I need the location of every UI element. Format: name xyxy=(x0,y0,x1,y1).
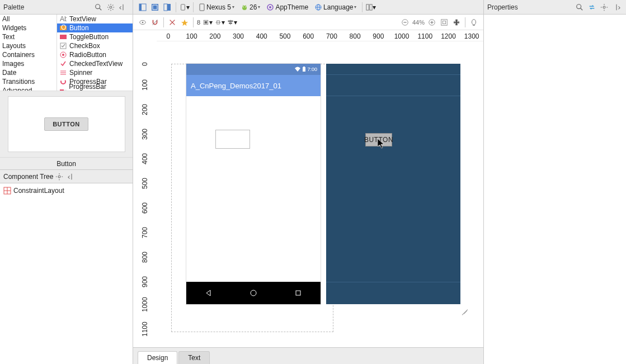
language-selector[interactable]: Language▾ xyxy=(313,3,359,12)
svg-rect-76 xyxy=(303,67,305,67)
component-tree-body: ConstraintLayout xyxy=(0,183,133,364)
phone-appbar: A_CnPeng_Demos2017_01 xyxy=(186,75,321,96)
tree-root-constraintlayout[interactable]: ConstraintLayout xyxy=(3,187,129,195)
design-second-toolbar: 8 ▾ ▾ ▾ 44% xyxy=(133,15,483,30)
theme-selector[interactable]: AppTheme xyxy=(265,3,310,12)
collapse-icon[interactable] xyxy=(611,2,622,12)
palette-category[interactable]: Layouts xyxy=(0,41,57,50)
svg-point-81 xyxy=(577,4,581,8)
widget-checkbox[interactable]: CheckBox xyxy=(57,41,133,50)
svg-rect-72 xyxy=(441,19,448,25)
palette-header: Palette xyxy=(0,0,133,15)
infer-constraints-icon[interactable] xyxy=(180,17,190,27)
variants-icon[interactable]: ▾ xyxy=(366,2,376,12)
phone-navbar xyxy=(186,282,321,304)
palette-category[interactable]: Widgets xyxy=(0,23,57,32)
checkbox-icon xyxy=(59,42,67,50)
widget-button[interactable]: OKButton xyxy=(57,23,133,32)
widget-togglebutton[interactable]: ToggleButton xyxy=(57,32,133,41)
palette-category[interactable]: Advanced xyxy=(0,86,57,91)
widget-textview[interactable]: AbTextView xyxy=(57,15,133,23)
view-design-icon[interactable] xyxy=(138,2,148,12)
default-margin-icon[interactable]: ▾ xyxy=(203,17,213,27)
orientation-icon[interactable]: ▾ xyxy=(180,2,190,12)
widget-spinner[interactable]: Spinner xyxy=(57,68,133,77)
svg-rect-52 xyxy=(366,4,369,10)
svg-rect-15 xyxy=(60,35,67,39)
view-blueprint-icon[interactable] xyxy=(150,2,160,12)
eye-icon[interactable] xyxy=(138,17,148,27)
pan-icon[interactable] xyxy=(451,17,462,27)
search-icon[interactable] xyxy=(93,2,103,12)
svg-line-10 xyxy=(109,9,109,10)
palette-category[interactable]: Containers xyxy=(0,50,57,59)
svg-marker-77 xyxy=(206,290,210,296)
properties-title: Properties xyxy=(487,3,518,11)
svg-point-22 xyxy=(61,79,65,84)
svg-rect-35 xyxy=(139,4,142,11)
svg-rect-73 xyxy=(443,21,445,23)
gear-icon[interactable] xyxy=(54,172,64,182)
widget-progressbar-h[interactable]: ProgressBar (Horizon xyxy=(57,86,133,91)
svg-point-0 xyxy=(96,4,100,8)
gear-icon[interactable] xyxy=(106,2,116,12)
dragging-button[interactable]: BUTTON xyxy=(365,133,392,146)
svg-point-25 xyxy=(58,176,60,178)
palette-category-list: All Widgets Text Layouts Containers Imag… xyxy=(0,15,57,91)
magnet-icon[interactable] xyxy=(150,17,160,27)
zoom-in-icon[interactable] xyxy=(427,17,437,27)
phone-content[interactable] xyxy=(186,96,321,282)
svg-point-48 xyxy=(269,6,271,8)
zoom-fit-icon[interactable] xyxy=(439,17,449,27)
search-icon[interactable] xyxy=(575,2,585,12)
swap-icon[interactable] xyxy=(587,2,597,12)
canvas-resize-handle[interactable] xyxy=(461,306,469,314)
blueprint-preview[interactable]: BUTTON xyxy=(326,64,460,304)
palette-category[interactable]: Text xyxy=(0,32,57,41)
svg-text:OK: OK xyxy=(61,25,67,31)
ruler-horizontal: 0100200300400500600700800900100011001200… xyxy=(157,30,483,41)
svg-line-9 xyxy=(112,4,113,5)
collapse-icon[interactable] xyxy=(118,2,128,12)
widget-checkedtextview[interactable]: CheckedTextView xyxy=(57,59,133,68)
view-both-icon[interactable] xyxy=(162,2,172,12)
pack-icon[interactable]: ▾ xyxy=(215,17,225,27)
radio-icon xyxy=(59,51,67,59)
battery-icon xyxy=(302,67,306,72)
svg-rect-38 xyxy=(164,4,167,11)
collapse-icon[interactable] xyxy=(67,172,77,182)
design-top-toolbar: ▾ Nexus 5▾ 26▾ AppTheme Language▾ ▾ xyxy=(133,0,483,15)
gear-icon[interactable] xyxy=(599,2,609,12)
svg-point-18 xyxy=(62,54,64,56)
svg-rect-53 xyxy=(370,4,372,10)
svg-rect-39 xyxy=(167,4,171,11)
palette-category[interactable]: Date xyxy=(0,68,57,77)
palette-category[interactable]: All xyxy=(0,15,57,23)
align-icon[interactable]: ▾ xyxy=(227,17,237,27)
zoom-out-icon[interactable] xyxy=(400,17,410,27)
checkedtext-icon xyxy=(59,60,67,68)
svg-rect-75 xyxy=(303,67,305,72)
phone-statusbar: 7:00 xyxy=(186,64,321,75)
clear-constraints-icon[interactable] xyxy=(167,17,177,27)
svg-line-8 xyxy=(112,9,113,10)
tab-text[interactable]: Text xyxy=(178,351,210,364)
device-preview[interactable]: 7:00 A_CnPeng_Demos2017_01 xyxy=(186,64,321,304)
properties-body xyxy=(484,15,626,364)
widget-radiobutton[interactable]: RadioButton xyxy=(57,50,133,59)
design-canvas[interactable]: 0100200300400500600700800900100011001200… xyxy=(133,30,483,347)
palette-category[interactable]: Transitions xyxy=(0,77,57,86)
api-selector[interactable]: 26▾ xyxy=(239,3,262,12)
tab-design[interactable]: Design xyxy=(138,351,177,364)
warnings-icon[interactable] xyxy=(469,17,479,27)
svg-point-55 xyxy=(142,21,144,23)
textview-icon: Ab xyxy=(59,15,67,23)
default-margin-value: 8 xyxy=(197,19,200,26)
zoom-percent: 44% xyxy=(412,19,425,26)
svg-point-83 xyxy=(603,6,605,8)
preview-button[interactable]: BUTTON xyxy=(44,117,88,131)
device-selector[interactable]: Nexus 5▾ xyxy=(197,3,237,12)
palette-category[interactable]: Images xyxy=(0,59,57,68)
svg-line-1 xyxy=(100,8,102,10)
svg-point-43 xyxy=(243,6,244,7)
